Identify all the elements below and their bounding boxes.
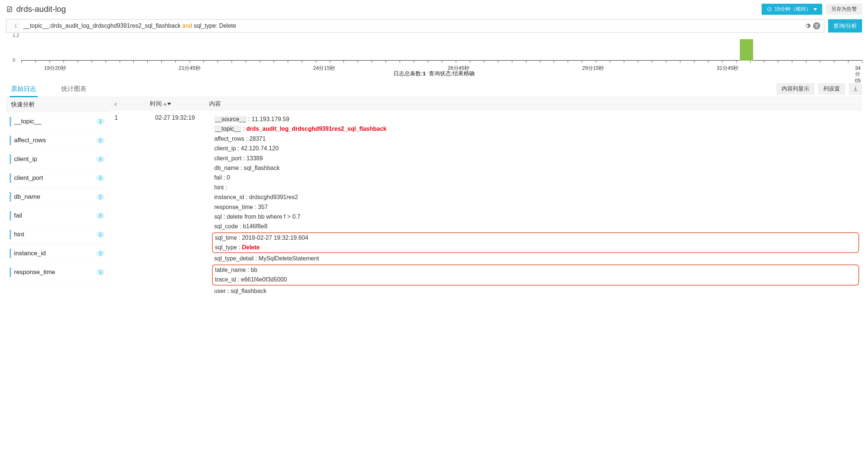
query-input-box[interactable]: 1 __topic__:drds_audit_log_drdscghd9391r… bbox=[6, 19, 824, 33]
kv-value: delete from bb where f > 0.7 bbox=[227, 214, 301, 220]
page-title: drds-audit-log bbox=[16, 4, 66, 14]
field-item-hint[interactable]: hint bbox=[6, 225, 109, 244]
log-sequence: 1 bbox=[115, 115, 155, 296]
chevron-down-icon bbox=[813, 8, 817, 11]
field-name-label: instance_id bbox=[14, 250, 46, 257]
field-bar-icon bbox=[10, 192, 11, 202]
log-timestamp: 02-27 19:32:19 bbox=[155, 115, 214, 296]
y-tick-min: 0 bbox=[13, 57, 15, 63]
query-line-number: 1 bbox=[6, 21, 20, 31]
field-item-instance_id[interactable]: instance_id bbox=[6, 244, 109, 263]
histogram-bar bbox=[740, 39, 753, 61]
x-tick-label: 19分20秒 bbox=[44, 65, 66, 72]
field-item-affect_rows[interactable]: affect_rows bbox=[6, 131, 109, 150]
kv-pair: sql : delete from bb where f > 0.7 bbox=[214, 212, 857, 222]
field-name-label: db_name bbox=[14, 193, 40, 201]
kv-key: sql bbox=[214, 214, 222, 220]
save-alert-button[interactable]: 另存为告警 bbox=[826, 4, 862, 15]
svg-point-3 bbox=[100, 177, 101, 179]
kv-value: 11.193.179.59 bbox=[252, 116, 289, 122]
kv-pair: __topic__ : drds_audit_log_drdscghd9391r… bbox=[214, 124, 857, 134]
eye-icon[interactable] bbox=[97, 270, 104, 275]
svg-point-2 bbox=[100, 158, 101, 160]
field-item-__topic__[interactable]: __topic__ bbox=[6, 112, 109, 131]
svg-point-8 bbox=[100, 272, 101, 273]
kv-pair: fail : 0 bbox=[214, 173, 857, 182]
field-bar-icon bbox=[10, 136, 11, 145]
kv-value: e661f4e0f3d5000 bbox=[241, 276, 287, 283]
eye-icon[interactable] bbox=[97, 175, 104, 181]
kv-pair: trace_id : e661f4e0f3d5000 bbox=[215, 275, 856, 284]
log-icon bbox=[6, 6, 13, 13]
chevron-left-icon[interactable]: ‹ bbox=[115, 100, 117, 108]
kv-pair: sql_time : 2019-02-27 19:32:19.604 bbox=[215, 233, 856, 243]
field-item-client_ip[interactable]: client_ip bbox=[6, 150, 109, 169]
quick-analysis-header: 快速分析 bbox=[6, 97, 109, 112]
svg-point-4 bbox=[100, 196, 101, 198]
search-analyze-button[interactable]: 查询/分析 bbox=[828, 19, 862, 33]
kv-value: b146f8e8 bbox=[243, 223, 267, 229]
kv-value: 2019-02-27 19:32:19.604 bbox=[242, 235, 308, 241]
kv-value: MySqlDeleteStatement bbox=[259, 255, 319, 262]
kv-key: instance_id bbox=[214, 194, 244, 200]
download-button[interactable] bbox=[849, 83, 862, 95]
x-tick-label: 31分45秒 bbox=[717, 65, 738, 72]
field-item-response_time[interactable]: response_time bbox=[6, 263, 109, 282]
column-content-header: 内容 bbox=[209, 100, 221, 108]
content-column-display-button[interactable]: 内容列显示 bbox=[776, 83, 814, 95]
gear-icon[interactable] bbox=[804, 23, 811, 29]
log-content: __source__ : 11.193.179.59__topic__ : dr… bbox=[214, 115, 857, 296]
kv-pair: user : sql_flashback bbox=[214, 286, 857, 296]
kv-key: fail bbox=[214, 174, 222, 181]
kv-key: sql_type bbox=[215, 244, 237, 250]
kv-pair: hint : bbox=[214, 183, 857, 192]
y-tick-max: 1.2 bbox=[13, 33, 19, 38]
kv-pair: instance_id : drdscghd9391res2 bbox=[214, 192, 857, 202]
field-name-label: client_ip bbox=[14, 156, 37, 163]
column-settings-button[interactable]: 列设置 bbox=[818, 83, 845, 95]
help-icon[interactable]: ? bbox=[813, 22, 820, 30]
field-bar-icon bbox=[10, 267, 11, 277]
download-icon bbox=[852, 86, 858, 92]
x-tick-label: 26分45秒 bbox=[448, 65, 469, 72]
x-tick-label: 21分45秒 bbox=[179, 65, 201, 72]
kv-value: 0 bbox=[227, 174, 230, 181]
tab-raw-log[interactable]: 原始日志 bbox=[10, 81, 38, 97]
tab-stats-chart[interactable]: 统计图表 bbox=[60, 81, 88, 97]
kv-pair: table_name : bb bbox=[215, 265, 856, 275]
eye-icon[interactable] bbox=[97, 119, 104, 124]
svg-point-1 bbox=[100, 140, 101, 141]
kv-pair: sql_type : Delete bbox=[215, 243, 856, 252]
sort-asc-icon bbox=[163, 103, 167, 105]
sort-arrows[interactable] bbox=[163, 103, 171, 105]
kv-key: sql_type_detail bbox=[214, 255, 254, 262]
column-time-header[interactable]: 时间 bbox=[150, 100, 162, 108]
kv-key: sql_time bbox=[215, 235, 237, 241]
eye-icon[interactable] bbox=[97, 213, 104, 218]
eye-icon[interactable] bbox=[97, 232, 104, 237]
field-item-client_port[interactable]: client_port bbox=[6, 169, 109, 188]
eye-icon[interactable] bbox=[97, 251, 104, 256]
kv-value: Delete bbox=[242, 244, 260, 250]
kv-key: sql_code bbox=[214, 223, 238, 229]
kv-key: client_ip bbox=[214, 145, 236, 151]
time-picker-button[interactable]: 15分钟（相对） bbox=[762, 4, 822, 15]
eye-icon[interactable] bbox=[97, 138, 104, 143]
field-item-fail[interactable]: fail bbox=[6, 206, 109, 225]
kv-key: __source__ bbox=[214, 116, 247, 122]
kv-pair: response_time : 357 bbox=[214, 202, 857, 212]
kv-pair: sql_type_detail : MySqlDeleteStatement bbox=[214, 254, 857, 263]
field-item-db_name[interactable]: db_name bbox=[6, 188, 109, 206]
kv-key: trace_id bbox=[215, 276, 236, 283]
query-text[interactable]: __topic__:drds_audit_log_drdscghd9391res… bbox=[20, 20, 800, 32]
eye-icon[interactable] bbox=[97, 194, 104, 199]
svg-point-6 bbox=[100, 234, 101, 235]
svg-point-5 bbox=[100, 215, 101, 216]
field-name-label: response_time bbox=[14, 269, 55, 276]
kv-key: response_time bbox=[214, 204, 253, 210]
x-tick-label: 34分05 bbox=[855, 65, 861, 83]
field-name-label: client_port bbox=[14, 174, 43, 182]
histogram-chart: 1.2 0 19分20秒21分45秒24分15秒26分45秒29分15秒31分4… bbox=[13, 35, 862, 68]
eye-icon[interactable] bbox=[97, 157, 104, 162]
kv-key: affect_rows bbox=[214, 136, 245, 142]
